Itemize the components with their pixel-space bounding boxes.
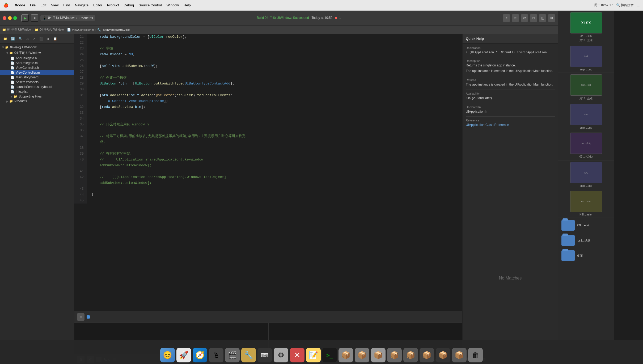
menu-edit[interactable]: Edit [40, 3, 46, 7]
dock-app4[interactable]: 📦 [387, 348, 402, 362]
sidebar-icon-debug[interactable]: ⬛ [38, 36, 44, 41]
line-content [87, 186, 462, 192]
menu-file[interactable]: File [30, 3, 36, 7]
sidebar-icon-tests[interactable]: ✓ [32, 36, 37, 41]
sidebar-item-viewcontroller-h[interactable]: 📄 ViewController.h [0, 65, 74, 70]
menu-window[interactable]: Window [167, 3, 179, 7]
dock-safari[interactable]: 🧭 [193, 348, 207, 362]
sidebar-item-appdelegate-m[interactable]: 📄 AppDelegate.m [0, 61, 74, 65]
layout-btn-4[interactable]: □ [530, 14, 537, 22]
menu-debug[interactable]: Debug [124, 3, 134, 7]
dock-tools[interactable]: 🔧 [241, 348, 256, 362]
dock-app1[interactable]: 📦 [339, 348, 353, 362]
sidebar-item-info-plist[interactable]: 📄 Info.plist [0, 89, 74, 94]
sidebar-icon-reports[interactable]: 📋 [52, 36, 58, 41]
thumb-label-ksi: KSl....aster [581, 200, 591, 203]
dock-terminal[interactable]: >_ [322, 348, 337, 362]
sidebar-icon-symbols[interactable]: 🔣 [10, 36, 16, 41]
breadcrumb-item-1[interactable]: 04-手动 UIWindow [7, 28, 31, 32]
rs-folder-desktop[interactable]: 桌面 [558, 248, 614, 263]
folder-icon-2: 📁 [9, 51, 13, 55]
rs-thumbnail-png3[interactable]: IMG snip....png [558, 160, 614, 189]
dock-system-prefs[interactable]: ⚙ [274, 348, 288, 362]
rs-thumbnail-item3[interactable]: 第13...业准 第13...业准 [558, 73, 614, 102]
sidebar-item-appdelegate-h[interactable]: 📄 AppDelegate.h [0, 56, 74, 61]
dock-finder[interactable]: 😊 [160, 348, 175, 362]
code-editor[interactable]: 21 redW.backgroundColor = [UIColor redCo… [74, 34, 462, 311]
rs-thumbnail-png2[interactable]: IMG snip....png [558, 102, 614, 131]
scheme-selector[interactable]: 📱 04-手动 UIWindow › iPhone 6s [40, 15, 95, 21]
console-toggle[interactable]: ⊞ [77, 313, 84, 321]
breadcrumb-item-4[interactable]: -addWindowBtnClick: [102, 28, 130, 31]
sidebar-icon-folder[interactable]: 📁 [2, 36, 8, 41]
sidebar-item-launchscreen[interactable]: 📄 LaunchScreen.storyboard [0, 84, 74, 89]
layout-btn-5[interactable]: ◫ [539, 14, 546, 22]
sidebar-item-label: 04-手动 UIWindow [10, 45, 36, 50]
dock-notes[interactable]: 📝 [306, 348, 321, 362]
sidebar-item-main-storyboard[interactable]: 📄 Main.storyboard [0, 75, 74, 80]
thumb-image-ksi: KSl....aster [570, 191, 602, 212]
dock-app6[interactable]: 📦 [420, 348, 434, 362]
line-number: 43 [74, 186, 87, 192]
menu-view[interactable]: View [51, 3, 58, 7]
close-button[interactable] [3, 16, 6, 20]
sidebar-icon-breakpoints[interactable]: ◆ [46, 36, 50, 41]
minimize-button[interactable] [8, 16, 12, 20]
apple-menu[interactable]: 🍎 [3, 3, 9, 8]
rs-thumbnail-png1[interactable]: IMG snip....png [558, 44, 614, 73]
dock-app2[interactable]: 📦 [355, 348, 369, 362]
layout-btn-3[interactable]: ⇄ [521, 14, 528, 22]
sidebar-icon-search[interactable]: 🔍 [18, 36, 24, 41]
menu-source-control[interactable]: Source Control [139, 3, 162, 7]
breadcrumb-item-2[interactable]: 04-手动 UIWindow [40, 28, 64, 32]
dock-movie[interactable]: 🎬 [225, 348, 240, 362]
dock-trash[interactable]: 🗑 [468, 348, 483, 362]
menubar-search[interactable]: 🔍 搜狗拼音 [616, 3, 634, 7]
stop-button[interactable]: ■ [31, 14, 38, 22]
menu-navigate[interactable]: Navigate [75, 3, 88, 7]
line-number: 36 [74, 128, 87, 133]
sidebar-item-supporting-files[interactable]: ▶ 📁 Supporting Files [0, 94, 74, 99]
maximize-button[interactable] [13, 16, 17, 20]
run-button[interactable]: ▶ [21, 14, 29, 22]
rs-folder-ios1[interactable]: ios1...试题 [558, 233, 614, 248]
menu-editor[interactable]: Editor [93, 3, 102, 7]
dock-app3[interactable]: 📦 [371, 348, 386, 362]
menu-find[interactable]: Find [63, 3, 70, 7]
dock-mouse[interactable]: 🖱 [209, 348, 223, 362]
qh-reference-value[interactable]: UIApplication Class Reference [466, 123, 555, 127]
layout-btn-1[interactable]: ≡ [503, 14, 510, 22]
rs-folder-zjl[interactable]: ZJL...etail [558, 218, 614, 233]
dock-app8[interactable]: 📦 [452, 348, 467, 362]
dock-app7[interactable]: 📦 [436, 348, 450, 362]
menubar-notification[interactable]: ☰ [637, 3, 640, 7]
sidebar-item-subgroup[interactable]: ▶ 📁 04-手动 UIWindow [0, 50, 74, 56]
dock-app5[interactable]: 📦 [403, 348, 418, 362]
menu-product[interactable]: Product [107, 3, 119, 7]
terminal-icon: >_ [326, 352, 333, 358]
rs-thumbnail-xlsx[interactable]: XLSX ios1....xlsx 第13...业准 [558, 11, 614, 44]
breadcrumb-item-3[interactable]: ViewController.m [72, 28, 94, 31]
layout-btn-6[interactable]: ⊞ [548, 14, 555, 22]
traffic-lights [3, 16, 17, 20]
sidebar-item-root-group[interactable]: ▶ 📁 04-手动 UIWindow [0, 45, 74, 50]
rs-thumbnail-optimized[interactable]: 07-...(优化) 07-...(优化) [558, 131, 614, 160]
menu-xcode[interactable]: Xcode [15, 3, 25, 7]
sidebar-item-products[interactable]: ▶ 📁 Products [0, 99, 74, 104]
menu-help[interactable]: Help [184, 3, 191, 7]
qh-declared-in-row: Declared In UIApplication.h [466, 105, 555, 114]
sidebar-icon-issues[interactable]: ⚠ [25, 36, 30, 41]
qh-declaration-value: + (UIApplication * _Nonnull) sharedAppli… [466, 50, 555, 54]
line-number: 37 [74, 133, 87, 139]
line-content: addSubview:customWindow]; [87, 180, 462, 186]
qh-divider-1 [466, 57, 555, 57]
dock-xmind[interactable]: ✕ [290, 348, 304, 362]
sidebar-item-viewcontroller-m[interactable]: 📄 ViewController.m [0, 70, 74, 75]
line-number: 28 [74, 75, 87, 81]
dock-launchpad[interactable]: 🚀 [176, 348, 191, 362]
folder-thumb-ios1 [561, 235, 575, 246]
rs-thumbnail-ksi[interactable]: KSl....aster KSl....aster [558, 189, 614, 218]
dock-terminal-small[interactable]: ⌨ [257, 348, 272, 362]
sidebar-item-assets[interactable]: 📄 Assets.xcassets [0, 80, 74, 84]
layout-btn-2[interactable]: ↺ [512, 14, 519, 22]
